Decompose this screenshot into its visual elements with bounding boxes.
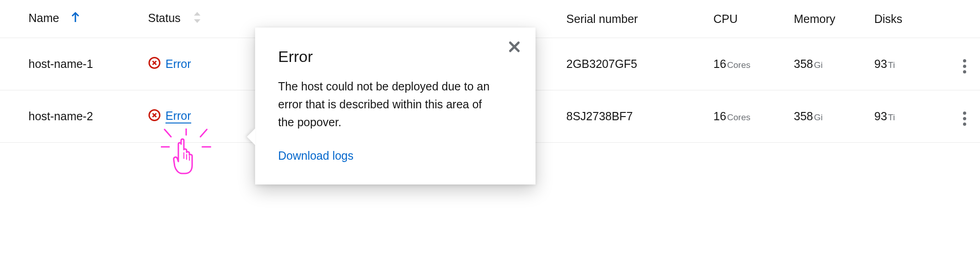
download-logs-link[interactable]: Download logs	[278, 149, 353, 162]
cpu-value: 16	[713, 57, 726, 70]
column-header-memory[interactable]: Memory	[788, 0, 869, 38]
status-trigger[interactable]: Error	[148, 109, 191, 124]
cell-name: host-name-1	[0, 38, 142, 90]
svg-marker-2	[194, 19, 200, 23]
memory-value: 358	[794, 110, 813, 123]
disks-value: 93	[874, 110, 887, 123]
cell-cpu: 16Cores	[708, 38, 788, 90]
cell-name: host-name-2	[0, 90, 142, 143]
cell-disks: 93Ti	[869, 38, 949, 90]
error-circle-icon	[148, 56, 161, 72]
disks-unit: Ti	[888, 112, 895, 122]
memory-value: 358	[794, 57, 813, 70]
column-label: Disks	[874, 12, 902, 25]
sort-inactive-icon	[192, 11, 202, 27]
error-circle-icon	[148, 109, 161, 124]
popover-body: The host could not be deployed due to an…	[278, 78, 494, 131]
kebab-menu-button[interactable]	[960, 56, 969, 76]
close-icon[interactable]	[508, 40, 521, 55]
popover-title: Error	[278, 48, 513, 66]
status-text: Error	[165, 57, 191, 71]
cpu-unit: Cores	[727, 60, 751, 70]
column-label: Serial number	[566, 12, 638, 25]
column-label: Memory	[794, 12, 835, 25]
column-label: CPU	[713, 12, 738, 25]
error-popover: Error The host could not be deployed due…	[255, 28, 536, 184]
sort-ascending-icon	[71, 11, 80, 27]
memory-unit: Gi	[814, 112, 823, 122]
memory-unit: Gi	[814, 60, 823, 70]
column-header-actions	[949, 0, 980, 38]
column-label: Status	[148, 11, 181, 24]
cell-memory: 358Gi	[788, 38, 869, 90]
column-label: Name	[28, 11, 59, 24]
cpu-unit: Cores	[727, 112, 751, 122]
column-header-cpu[interactable]: CPU	[708, 0, 788, 38]
cell-cpu: 16Cores	[708, 90, 788, 143]
status-text: Error	[165, 109, 191, 123]
column-header-serial[interactable]: Serial number	[561, 0, 708, 38]
svg-marker-1	[194, 12, 200, 16]
cell-memory: 358Gi	[788, 90, 869, 143]
cell-serial: 2GB3207GF5	[561, 38, 708, 90]
column-header-name[interactable]: Name	[0, 0, 142, 38]
kebab-menu-button[interactable]	[960, 109, 969, 128]
cell-disks: 93Ti	[869, 90, 949, 143]
disks-unit: Ti	[888, 60, 895, 70]
cpu-value: 16	[713, 110, 726, 123]
status-trigger[interactable]: Error	[148, 56, 191, 72]
disks-value: 93	[874, 57, 887, 70]
cell-serial: 8SJ2738BF7	[561, 90, 708, 143]
column-header-disks[interactable]: Disks	[869, 0, 949, 38]
